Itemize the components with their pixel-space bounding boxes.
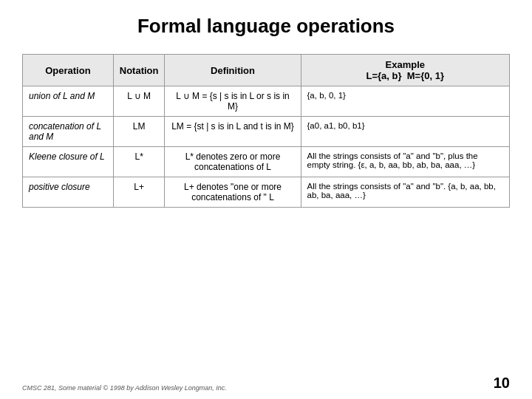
cell-definition: L ∪ M = {s | s is in L or s is in M} xyxy=(165,86,301,117)
col-header-notation: Notation xyxy=(113,55,165,86)
cell-definition: L* denotes zero or more concatenations o… xyxy=(165,147,301,177)
cell-example: All the strings consists of "a" and "b",… xyxy=(301,147,509,177)
cell-notation: LM xyxy=(113,117,165,147)
cell-notation: L+ xyxy=(113,177,165,208)
cell-operation: Kleene closure of L xyxy=(23,147,114,177)
table-row: Kleene closure of L L* L* denotes zero o… xyxy=(23,147,510,177)
cell-notation: L ∪ M xyxy=(113,86,165,117)
cell-operation: union of L and M xyxy=(23,86,114,117)
page-number: 10 xyxy=(494,375,510,392)
table-row: positive closure L+ L+ denotes "one or m… xyxy=(23,177,510,208)
cell-operation: concatenation of L and M xyxy=(23,117,114,147)
cell-definition: L+ denotes "one or more concatenations o… xyxy=(165,177,301,208)
col-header-operation: Operation xyxy=(23,55,114,86)
footer-credit: CMSC 281, Some material © 1998 by Addiso… xyxy=(22,384,227,392)
page: Formal language operations Operation Not… xyxy=(0,0,532,399)
col-header-definition: Definition xyxy=(165,55,301,86)
formal-language-table: Operation Notation Definition ExampleL={… xyxy=(22,54,510,208)
cell-example: {a0, a1, b0, b1} xyxy=(301,117,509,147)
page-title: Formal language operations xyxy=(22,15,510,38)
cell-definition: LM = {st | s is in L and t is in M} xyxy=(165,117,301,147)
table-row: concatenation of L and M LM LM = {st | s… xyxy=(23,117,510,147)
cell-operation: positive closure xyxy=(23,177,114,208)
footer: CMSC 281, Some material © 1998 by Addiso… xyxy=(22,370,510,392)
table-row: union of L and M L ∪ M L ∪ M = {s | s is… xyxy=(23,86,510,117)
cell-example: {a, b, 0, 1} xyxy=(301,86,509,117)
col-header-example: ExampleL={a, b} M={0, 1} xyxy=(301,55,509,86)
cell-notation: L* xyxy=(113,147,165,177)
cell-example: All the strings consists of "a" and "b".… xyxy=(301,177,509,208)
